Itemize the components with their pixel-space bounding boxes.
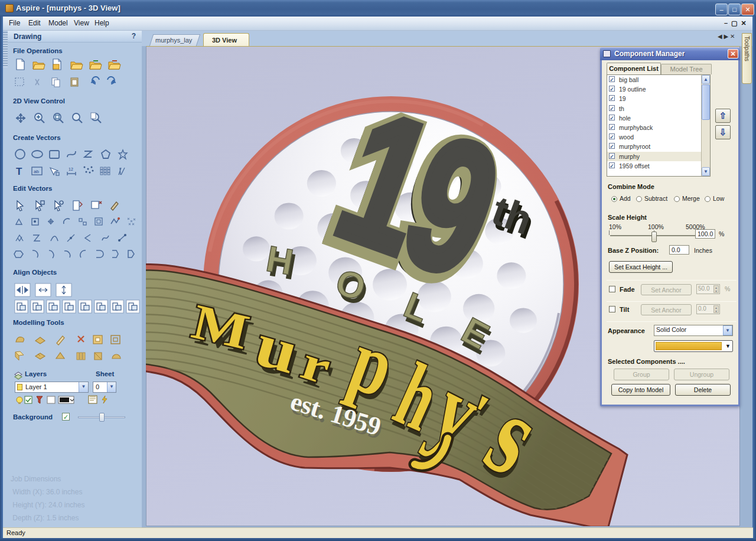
svg-text:T: T <box>16 166 22 177</box>
svg-text:ab: ab <box>34 169 39 174</box>
svg-text:12: 12 <box>69 167 73 171</box>
